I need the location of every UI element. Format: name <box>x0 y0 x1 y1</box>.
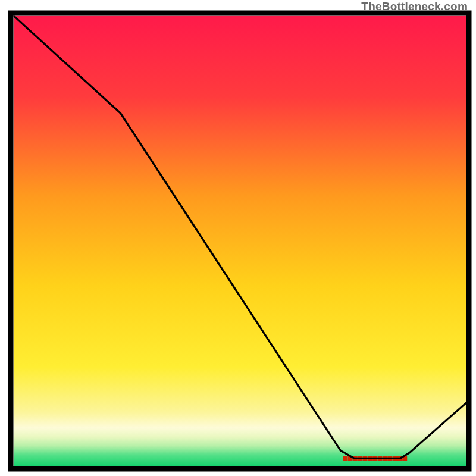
gradient-background <box>14 16 466 466</box>
optimal-marker-square <box>343 456 347 461</box>
watermark-text: TheBottleneck.com <box>361 0 468 13</box>
chart-stage: TheBottleneck.com <box>0 0 476 476</box>
plot-area <box>11 13 469 466</box>
bottleneck-chart <box>0 0 476 476</box>
